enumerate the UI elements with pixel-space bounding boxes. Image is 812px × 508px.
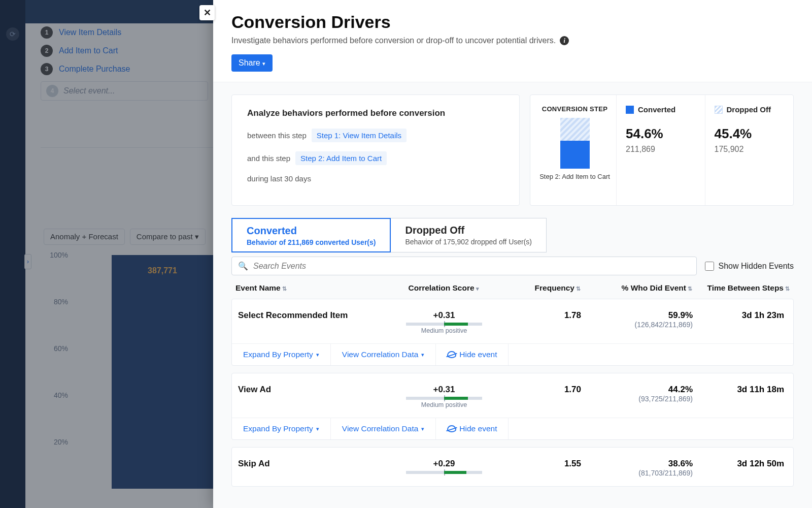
correlation-widget: +0.29 bbox=[388, 459, 500, 475]
tab-converted[interactable]: Converted Behavior of 211,869 converted … bbox=[231, 218, 391, 252]
search-icon: 🔍 bbox=[238, 261, 248, 271]
close-icon: ✕ bbox=[204, 7, 211, 18]
analyze-card: Analyze behaviors performed before conve… bbox=[231, 94, 520, 206]
step-chip-to[interactable]: Step 2: Add Item to Cart bbox=[295, 151, 387, 165]
view-correlation-data-button[interactable]: View Correlation Data▾ bbox=[331, 344, 436, 365]
hide-event-button[interactable]: Hide event bbox=[436, 344, 509, 365]
expand-by-property-button[interactable]: Expand By Property▾ bbox=[232, 418, 331, 439]
sort-icon: ⇅ bbox=[688, 285, 692, 292]
conversion-drivers-panel: ✕ Conversion Drivers Investigate behavio… bbox=[213, 0, 812, 508]
panel-body: Analyze behaviors performed before conve… bbox=[213, 82, 812, 508]
correlation-value: +0.29 bbox=[433, 459, 455, 469]
event-row: Select Recommended Item +0.31 Medium pos… bbox=[231, 299, 794, 366]
show-hidden-checkbox[interactable] bbox=[705, 262, 714, 271]
who-fraction: (126,842/211,869) bbox=[581, 321, 693, 329]
col-frequency[interactable]: Frequency⇅ bbox=[499, 283, 581, 293]
chevron-down-icon: ▾ bbox=[421, 426, 424, 432]
analyze-timeframe: during last 30 days bbox=[247, 174, 311, 183]
close-panel-button[interactable]: ✕ bbox=[199, 5, 215, 20]
row-actions: Expand By Property▾ View Correlation Dat… bbox=[232, 418, 793, 439]
search-events-input[interactable] bbox=[253, 262, 690, 271]
event-name: Skip Ad bbox=[236, 459, 388, 469]
correlation-value: +0.31 bbox=[433, 385, 455, 395]
eye-slash-icon bbox=[447, 351, 456, 358]
analyze-text: and this step bbox=[247, 154, 290, 163]
row-actions: Expand By Property▾ View Correlation Dat… bbox=[232, 343, 793, 365]
view-correlation-data-button[interactable]: View Correlation Data▾ bbox=[331, 418, 436, 439]
col-time-between[interactable]: Time Between Steps⇅ bbox=[692, 283, 790, 293]
correlation-widget: +0.31 Medium positive bbox=[388, 310, 500, 334]
converted-count: 211,869 bbox=[626, 145, 696, 154]
time-between-value: 3d 12h 50m bbox=[693, 459, 789, 469]
who-fraction: (81,703/211,869) bbox=[581, 469, 693, 477]
panel-title: Conversion Drivers bbox=[231, 12, 794, 32]
panel-header: Conversion Drivers Investigate behaviors… bbox=[213, 0, 812, 82]
conversion-step-minichart bbox=[560, 118, 590, 169]
chevron-down-icon: ▾ bbox=[262, 60, 265, 67]
analyze-heading: Analyze behaviors performed before conve… bbox=[247, 108, 504, 118]
correlation-value: +0.31 bbox=[433, 310, 455, 321]
frequency-value: 1.55 bbox=[500, 459, 581, 469]
col-correlation[interactable]: Correlation Score▾ bbox=[388, 283, 499, 293]
legend-swatch-dropped bbox=[715, 106, 723, 114]
sort-desc-icon: ▾ bbox=[476, 285, 479, 292]
conversion-step-label: CONVERSION STEP bbox=[542, 105, 607, 113]
correlation-strength: Medium positive bbox=[421, 401, 467, 408]
info-icon[interactable]: i bbox=[560, 36, 569, 45]
conversion-step-card: CONVERSION STEP Step 2: Add Item to Cart… bbox=[530, 94, 794, 206]
event-row: View Ad +0.31 Medium positive 1.70 44.2%… bbox=[231, 373, 794, 440]
chevron-down-icon: ▾ bbox=[316, 426, 319, 432]
expand-by-property-button[interactable]: Expand By Property▾ bbox=[232, 344, 331, 365]
who-percent: 59.9% bbox=[581, 310, 693, 321]
segment-tabs: Converted Behavior of 211,869 converted … bbox=[231, 218, 794, 252]
event-name: View Ad bbox=[236, 385, 388, 395]
chevron-down-icon: ▾ bbox=[316, 352, 319, 358]
minichart-converted-segment bbox=[560, 141, 590, 169]
event-name: Select Recommended Item bbox=[236, 310, 388, 321]
event-row: Skip Ad +0.29 1.55 38.6%(81,703/211,869)… bbox=[231, 447, 794, 487]
converted-stat: Converted 54.6% 211,869 bbox=[617, 95, 705, 205]
frequency-value: 1.78 bbox=[500, 310, 581, 321]
events-table-head: Event Name⇅ Correlation Score▾ Frequency… bbox=[231, 277, 794, 299]
minichart-dropped-segment bbox=[560, 118, 590, 141]
step-chip-from[interactable]: Step 1: View Item Details bbox=[312, 129, 407, 142]
who-fraction: (93,725/211,869) bbox=[581, 395, 693, 403]
correlation-bar bbox=[406, 323, 482, 326]
col-who-did-event[interactable]: % Who Did Event⇅ bbox=[581, 283, 692, 293]
sort-icon: ⇅ bbox=[785, 285, 790, 292]
who-percent: 38.6% bbox=[581, 459, 693, 469]
converted-percent: 54.6% bbox=[626, 126, 696, 142]
dropped-count: 175,902 bbox=[715, 145, 785, 154]
correlation-bar bbox=[406, 471, 482, 474]
search-events-box[interactable]: 🔍 bbox=[231, 257, 697, 275]
legend-swatch-converted bbox=[626, 106, 634, 114]
who-percent: 44.2% bbox=[581, 385, 693, 395]
show-hidden-events-toggle[interactable]: Show Hidden Events bbox=[705, 262, 794, 271]
correlation-strength: Medium positive bbox=[421, 327, 467, 334]
analyze-text: between this step bbox=[247, 131, 307, 140]
tab-dropped-off[interactable]: Dropped Off Behavior of 175,902 dropped … bbox=[390, 218, 547, 252]
dropped-percent: 45.4% bbox=[715, 126, 785, 142]
dropped-stat: Dropped Off 45.4% 175,902 bbox=[705, 95, 794, 205]
correlation-bar bbox=[406, 397, 482, 400]
col-event-name[interactable]: Event Name⇅ bbox=[235, 283, 388, 293]
sort-icon: ⇅ bbox=[282, 285, 287, 292]
panel-subtitle: Investigate behaviors performed before c… bbox=[231, 36, 794, 45]
frequency-value: 1.70 bbox=[500, 385, 581, 395]
sort-icon: ⇅ bbox=[576, 285, 581, 292]
share-button[interactable]: Share▾ bbox=[231, 54, 273, 72]
hide-event-button[interactable]: Hide event bbox=[436, 418, 509, 439]
conversion-step-caption: Step 2: Add Item to Cart bbox=[539, 173, 610, 180]
time-between-value: 3d 11h 18m bbox=[693, 385, 789, 395]
time-between-value: 3d 1h 23m bbox=[693, 310, 789, 321]
correlation-widget: +0.31 Medium positive bbox=[388, 385, 500, 408]
chevron-down-icon: ▾ bbox=[421, 352, 424, 358]
eye-slash-icon bbox=[447, 425, 456, 432]
